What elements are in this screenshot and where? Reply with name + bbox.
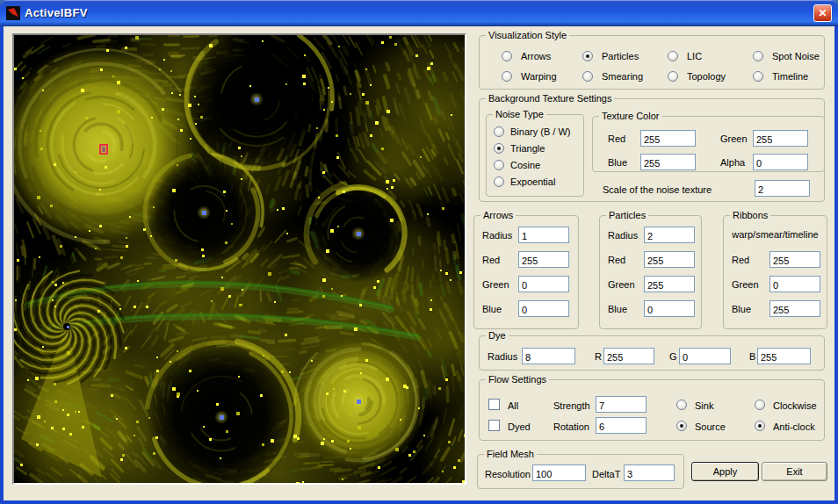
flow-settings-title: Flow Settings xyxy=(486,373,549,385)
radio-lic-label[interactable]: LIC xyxy=(687,50,702,62)
ribbons-blue-label: Blue xyxy=(732,303,751,315)
radio-sink[interactable] xyxy=(676,400,687,410)
radio-particles[interactable] xyxy=(582,51,593,61)
radio-clockwise[interactable] xyxy=(755,400,765,410)
field-mesh-group: Field Mesh Resolution DeltaT xyxy=(477,454,684,489)
particles-red-field[interactable] xyxy=(644,251,695,268)
texture-red-field[interactable] xyxy=(640,130,696,147)
ribbons-green-field[interactable] xyxy=(769,276,820,292)
radio-smearing[interactable] xyxy=(582,71,593,82)
radio-timeline-label[interactable]: Timeline xyxy=(772,70,808,83)
texture-green-label: Green xyxy=(720,133,748,145)
texture-alpha-label: Alpha xyxy=(720,156,745,169)
exit-button[interactable]: Exit xyxy=(762,462,827,481)
title-bar[interactable]: ActiveIBFV ✕ xyxy=(0,0,838,26)
radio-source-label[interactable]: Source xyxy=(695,421,726,433)
arrows-red-field[interactable] xyxy=(518,251,569,268)
ribbons-green-label: Green xyxy=(732,278,759,291)
arrows-title: Arrows xyxy=(480,209,516,221)
radio-spot-noise[interactable] xyxy=(753,51,763,61)
radio-warping[interactable] xyxy=(502,71,512,82)
all-checkbox-label[interactable]: All xyxy=(508,400,518,412)
deltat-field[interactable] xyxy=(624,464,675,481)
radio-warping-label[interactable]: Warping xyxy=(521,70,557,83)
particles-title: Particles xyxy=(606,209,648,221)
ribbons-note: warp/smear/timeline xyxy=(724,229,827,240)
flow-settings-group: Flow Settings All Dyed Strength Rotation… xyxy=(479,379,825,441)
background-texture-title: Background Texture Settings xyxy=(486,92,614,104)
resolution-field[interactable] xyxy=(532,464,586,481)
radio-arrows[interactable] xyxy=(502,51,512,61)
radio-anticlock[interactable] xyxy=(755,421,765,431)
field-mesh-title: Field Mesh xyxy=(484,448,537,460)
dyed-checkbox-label[interactable]: Dyed xyxy=(508,421,531,433)
particles-blue-label: Blue xyxy=(608,303,627,315)
close-button[interactable]: ✕ xyxy=(813,4,832,22)
radio-sink-label[interactable]: Sink xyxy=(695,400,713,412)
dye-title: Dye xyxy=(486,329,509,342)
radio-cosine-label[interactable]: Cosine xyxy=(510,159,540,171)
dye-r-label: R xyxy=(595,350,602,363)
radio-source[interactable] xyxy=(676,421,687,431)
app-icon xyxy=(6,6,20,20)
radio-lic[interactable] xyxy=(668,51,678,61)
strength-field[interactable] xyxy=(596,396,647,413)
texture-blue-label: Blue xyxy=(608,156,627,169)
resolution-label: Resolution xyxy=(485,468,531,480)
dye-g-field[interactable] xyxy=(679,348,731,364)
dye-r-field[interactable] xyxy=(603,348,654,364)
dye-radius-field[interactable] xyxy=(522,348,575,364)
ribbons-red-label: Red xyxy=(732,254,749,266)
radio-particles-label[interactable]: Particles xyxy=(602,50,639,62)
texture-alpha-field[interactable] xyxy=(753,154,808,170)
flow-visualization-canvas[interactable] xyxy=(14,35,465,483)
arrows-green-field[interactable] xyxy=(518,276,569,292)
radio-cosine[interactable] xyxy=(494,160,504,170)
radio-spot-noise-label[interactable]: Spot Noise xyxy=(772,50,820,62)
radio-smearing-label[interactable]: Smearing xyxy=(602,70,643,83)
particles-radius-field[interactable] xyxy=(644,227,695,243)
radio-timeline[interactable] xyxy=(753,71,763,82)
radio-triangle[interactable] xyxy=(494,143,504,154)
radio-anticlock-label[interactable]: Anti-clock xyxy=(773,421,815,433)
radio-clockwise-label[interactable]: Clockwise xyxy=(773,400,817,412)
deltat-label: DeltaT xyxy=(592,468,620,480)
radio-triangle-label[interactable]: Triangle xyxy=(510,142,545,155)
ribbons-blue-field[interactable] xyxy=(769,300,820,317)
texture-color-title: Texture Color xyxy=(599,110,661,122)
arrows-radius-field[interactable] xyxy=(518,227,569,243)
texture-red-label: Red xyxy=(608,133,625,145)
particles-group: Particles Radius Red Green Blue xyxy=(599,215,702,329)
radio-topology-label[interactable]: Topology xyxy=(687,70,726,83)
strength-label: Strength xyxy=(553,400,590,412)
radio-expoential[interactable] xyxy=(494,176,504,187)
dye-b-field[interactable] xyxy=(757,348,811,364)
window-title: ActiveIBFV xyxy=(25,6,88,19)
dye-g-label: G xyxy=(669,350,677,363)
arrows-group: Arrows Radius Red Green Blue xyxy=(473,215,579,329)
dye-group: Dye Radius R G B xyxy=(479,335,825,371)
particles-green-label: Green xyxy=(608,278,635,291)
rotation-label: Rotation xyxy=(553,421,589,433)
particles-blue-field[interactable] xyxy=(644,300,695,317)
radio-expoential-label[interactable]: Expoential xyxy=(510,176,555,188)
texture-green-field[interactable] xyxy=(753,130,808,147)
apply-button[interactable]: Apply xyxy=(691,462,759,481)
ribbons-group: Ribbons warp/smear/timeline Red Green Bl… xyxy=(723,215,827,329)
particles-red-label: Red xyxy=(608,254,625,266)
rotation-field[interactable] xyxy=(596,417,647,434)
all-checkbox[interactable] xyxy=(488,399,500,410)
dyed-checkbox[interactable] xyxy=(488,420,500,431)
app-window: ActiveIBFV ✕ Visualization Style Arrows … xyxy=(0,0,838,504)
arrows-blue-field[interactable] xyxy=(518,300,569,317)
particles-green-field[interactable] xyxy=(644,276,695,292)
texture-blue-field[interactable] xyxy=(640,154,696,170)
radio-binary[interactable] xyxy=(494,126,504,137)
radio-topology[interactable] xyxy=(668,71,678,82)
radio-binary-label[interactable]: Binary (B / W) xyxy=(510,126,570,138)
arrows-red-label: Red xyxy=(482,254,500,266)
noise-scale-field[interactable] xyxy=(755,180,810,197)
radio-arrows-label[interactable]: Arrows xyxy=(521,50,551,62)
ribbons-red-field[interactable] xyxy=(769,251,820,268)
arrows-radius-label: Radius xyxy=(482,229,512,241)
